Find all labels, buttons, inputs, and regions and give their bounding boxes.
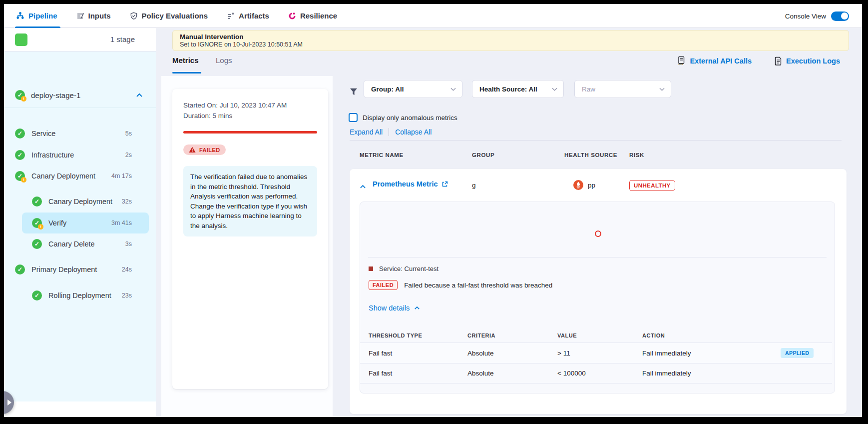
step-label: Canary Delete	[48, 240, 95, 248]
step-duration: 3m 41s	[111, 220, 149, 226]
risk-badge: UNHEALTHY	[629, 180, 675, 191]
sidebar-step-canary-deployment[interactable]: Canary Deployment 32s	[4, 191, 156, 212]
sidebar-step-primary-deployment[interactable]: Primary Deployment 24s	[4, 259, 156, 280]
stage-square-icon	[15, 34, 27, 46]
step-label: Infrastructure	[31, 151, 74, 159]
sidebar-divider	[4, 108, 156, 108]
thresholds-table: THRESHOLD TYPE CRITERIA VALUE ACTION Fai…	[360, 328, 832, 384]
app-window: Pipeline Inputs Policy Evaluations Artif…	[4, 4, 862, 417]
console-view-control: Console View	[785, 4, 849, 28]
metric-name-link[interactable]: Prometheus Metric	[373, 180, 448, 188]
pipeline-icon	[16, 12, 24, 20]
step-duration: 4m 17s	[111, 172, 156, 180]
stage-group-label: deploy-stage-1	[31, 91, 80, 100]
chevron-down-icon	[450, 88, 456, 91]
top-links: API External API Calls Execution Logs	[677, 56, 840, 66]
raw-filter-dropdown[interactable]: Raw	[574, 80, 671, 98]
execution-logs-link[interactable]: Execution Logs	[775, 56, 840, 66]
status-success-icon	[32, 290, 42, 300]
stage-count: 1 stage	[110, 35, 135, 44]
external-api-calls-label: External API Calls	[690, 57, 752, 65]
chevron-down-icon	[552, 88, 557, 91]
column-header-health-source: HEALTH SOURCE	[564, 152, 617, 158]
collapse-row-chevron-icon[interactable]	[360, 182, 366, 191]
criteria-value: Absolute	[467, 370, 557, 377]
sidebar-step-canary-deployment-group[interactable]: Canary Deployment 4m 17s	[4, 166, 156, 186]
anomalous-metrics-filter: Display only anomalous metrics	[349, 113, 457, 122]
status-success-icon	[15, 264, 25, 274]
status-success-icon	[15, 150, 25, 160]
failed-progress-bar	[183, 131, 317, 134]
sidebar-step-canary-delete[interactable]: Canary Delete 3s	[4, 234, 156, 254]
expand-collapse-controls: Expand All Collapse All	[350, 128, 432, 136]
step-duration: 3s	[125, 240, 156, 248]
status-success-icon	[15, 128, 25, 138]
value-value: > 11	[557, 350, 642, 357]
group-filter-dropdown[interactable]: Group: All	[364, 80, 462, 98]
anomalous-metrics-checkbox[interactable]	[349, 113, 358, 122]
chevron-up-icon[interactable]	[136, 90, 143, 100]
value-header: VALUE	[557, 332, 642, 338]
sidebar-step-infrastructure[interactable]: Infrastructure 2s	[4, 144, 156, 166]
tab-resilience[interactable]: Resilience	[288, 4, 337, 28]
sidebar-step-rolling-deployment[interactable]: Rolling Deployment 23s	[4, 285, 156, 306]
execution-sidebar: 1 stage deploy-stage-1 Service 5s Infras…	[4, 28, 156, 417]
metrics-list-divider	[350, 140, 842, 140]
threshold-row: Fail fast Absolute > 11 Fail immediately…	[360, 342, 832, 363]
console-view-toggle[interactable]	[831, 12, 849, 21]
active-tab-underline	[172, 72, 201, 74]
raw-filter-placeholder: Raw	[582, 86, 659, 93]
expand-all-link[interactable]: Expand All	[350, 128, 383, 136]
warning-triangle-icon	[189, 146, 196, 153]
anomalous-metrics-label: Display only anomalous metrics	[363, 114, 457, 122]
tab-metrics[interactable]: Metrics	[172, 56, 199, 64]
health-source-filter-dropdown[interactable]: Health Source: All	[472, 80, 564, 98]
applied-badge: APPLIED	[781, 348, 814, 358]
prometheus-icon	[573, 180, 583, 190]
artifacts-icon	[227, 12, 235, 20]
filter-funnel-icon[interactable]	[350, 88, 358, 96]
failed-badge: FAILED	[369, 280, 398, 290]
column-header-group: GROUP	[472, 152, 494, 158]
metric-name-label: Prometheus Metric	[373, 180, 438, 188]
step-label: Canary Deployment	[31, 172, 95, 180]
threshold-row: Fail fast Absolute < 100000 Fail immedia…	[360, 363, 832, 384]
external-link-icon	[441, 181, 448, 188]
banner-title: Manual Intervention	[180, 33, 842, 40]
step-duration: 2s	[125, 152, 156, 158]
failed-status-label: FAILED	[199, 147, 220, 153]
fail-reason-row: FAILED Failed because a fail-fast thresh…	[369, 280, 552, 290]
tab-artifacts-label: Artifacts	[239, 12, 269, 20]
banner-subtitle: Set to IGNORE on 10-Jul-2023 10:50:51 AM	[180, 41, 842, 48]
sidebar-step-verify[interactable]: Verify 3m 41s	[22, 212, 149, 234]
legend-label: Service: Current-test	[379, 265, 438, 272]
started-on: Started On: Jul 10, 2023 10:47 AM	[183, 100, 317, 110]
document-icon	[775, 56, 782, 66]
chart-legend: Service: Current-test	[369, 265, 438, 272]
api-document-icon: API	[677, 56, 686, 66]
tab-logs[interactable]: Logs	[216, 56, 232, 64]
tab-policy-evaluations-label: Policy Evaluations	[142, 12, 208, 20]
status-warning-icon	[15, 90, 25, 100]
tab-artifacts[interactable]: Artifacts	[227, 4, 269, 28]
step-duration: 24s	[122, 266, 156, 273]
tab-policy-evaluations[interactable]: Policy Evaluations	[130, 4, 208, 28]
threshold-type-value: Fail fast	[369, 370, 467, 377]
stage-group-deploy-stage-1[interactable]: deploy-stage-1	[4, 85, 156, 105]
policy-shield-icon	[130, 12, 138, 20]
step-duration: 32s	[122, 198, 156, 205]
sidebar-step-service[interactable]: Service 5s	[4, 123, 156, 144]
collapse-all-link[interactable]: Collapse All	[395, 128, 432, 136]
health-source-value: pp	[588, 182, 595, 189]
external-api-calls-link[interactable]: API External API Calls	[677, 56, 752, 66]
step-duration: 5s	[125, 130, 156, 137]
show-details-link[interactable]: Show details	[369, 304, 420, 312]
step-label: Canary Deployment	[48, 198, 112, 206]
chart-data-point	[595, 230, 601, 237]
criteria-value: Absolute	[467, 350, 557, 357]
tab-pipeline-label: Pipeline	[28, 12, 57, 20]
tab-pipeline[interactable]: Pipeline	[16, 4, 57, 28]
chevron-up-icon	[414, 306, 420, 310]
verification-status-card: Started On: Jul 10, 2023 10:47 AM Durati…	[172, 89, 328, 389]
tab-inputs[interactable]: Inputs	[76, 4, 111, 28]
